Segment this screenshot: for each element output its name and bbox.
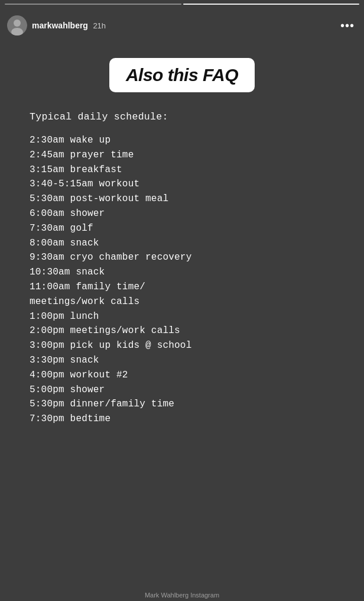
schedule-item: 11:00am family time/ <box>30 280 334 295</box>
schedule-item: 9:30am cryo chamber recovery <box>30 250 334 265</box>
schedule-item: 6:00am shower <box>30 206 334 221</box>
schedule-item: 3:30pm snack <box>30 353 334 368</box>
source-label: Mark Wahlberg Instagram <box>0 592 364 601</box>
top-bar: markwahlberg 21h ••• <box>0 0 364 40</box>
schedule-item: 7:30pm bedtime <box>30 412 334 426</box>
avatar-image <box>7 15 27 35</box>
schedule-header: Typical daily schedule: <box>30 111 334 122</box>
time-ago: 21h <box>93 21 106 30</box>
schedule-container: Typical daily schedule: 2:30am wake up2:… <box>24 111 340 426</box>
schedule-item: 7:30am golf <box>30 221 334 236</box>
schedule-item: 8:00am snack <box>30 236 334 251</box>
schedule-item: 2:00pm meetings/work calls <box>30 324 334 338</box>
schedule-item: 5:30am post-workout meal <box>30 192 334 206</box>
main-content: Also this FAQ Typical daily schedule: 2:… <box>0 40 364 589</box>
schedule-item: 1:00pm lunch <box>30 309 334 324</box>
schedule-item: 3:00pm pick up kids @ school <box>30 338 334 353</box>
schedule-item: 3:15am breakfast <box>30 163 334 177</box>
schedule-item: 10:30am snack <box>30 265 334 280</box>
schedule-item: meetings/work calls <box>30 295 334 309</box>
schedule-list: 2:30am wake up2:45am prayer time3:15am b… <box>30 133 334 426</box>
schedule-item: 5:30pm dinner/family time <box>30 397 334 412</box>
schedule-item: 2:30am wake up <box>30 133 334 148</box>
schedule-item: 5:00pm shower <box>30 383 334 398</box>
more-options-icon[interactable]: ••• <box>340 19 355 33</box>
faq-badge: Also this FAQ <box>109 58 255 92</box>
schedule-item: 3:40-5:15am workout <box>30 177 334 192</box>
schedule-item: 2:45am prayer time <box>30 148 334 163</box>
story-container: markwahlberg 21h ••• Also this FAQ Typic… <box>0 0 364 601</box>
avatar[interactable] <box>7 15 27 35</box>
user-info: markwahlberg 21h <box>7 15 106 35</box>
username[interactable]: markwahlberg <box>32 21 88 30</box>
username-group: markwahlberg 21h <box>32 20 106 31</box>
faq-badge-text: Also this FAQ <box>126 65 238 85</box>
svg-point-1 <box>14 20 21 27</box>
schedule-item: 4:00pm workout #2 <box>30 368 334 383</box>
